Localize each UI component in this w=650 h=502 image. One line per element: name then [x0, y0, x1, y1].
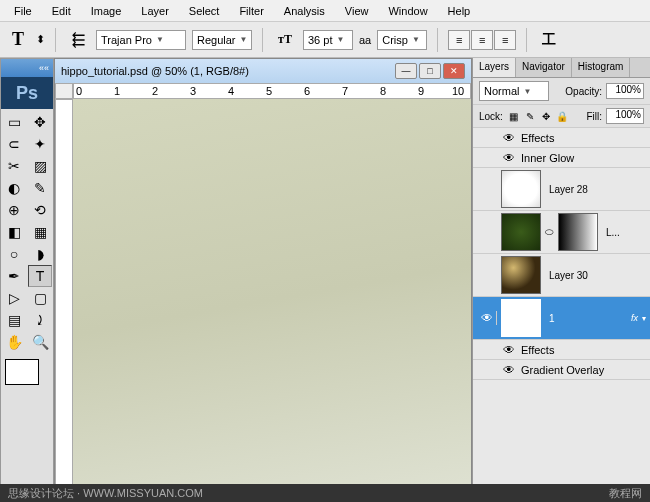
align-left-button[interactable]: ≡	[448, 30, 470, 50]
presets-icon[interactable]: ⬍	[36, 33, 45, 46]
heal-tool[interactable]: ◐	[2, 177, 26, 199]
lock-transparent-icon[interactable]: ▦	[507, 109, 521, 123]
layer-thumbnail[interactable]	[501, 213, 541, 251]
brush-tool[interactable]: ✎	[28, 177, 52, 199]
lock-position-icon[interactable]: ✥	[539, 109, 553, 123]
pen-tool[interactable]: ✒	[2, 265, 26, 287]
path-tool[interactable]: ▷	[2, 287, 26, 309]
type-tool[interactable]: T	[28, 265, 52, 287]
text-align-group: ≡ ≡ ≡	[448, 30, 516, 50]
eraser-tool[interactable]: ◧	[2, 221, 26, 243]
blur-tool[interactable]: ○	[2, 243, 26, 265]
vertical-ruler[interactable]	[55, 99, 73, 501]
lock-pixels-icon[interactable]: ✎	[523, 109, 537, 123]
toolbox-header[interactable]: ««	[1, 59, 53, 77]
lock-label: Lock:	[479, 111, 503, 122]
orientation-icon[interactable]: ⬱	[66, 28, 90, 52]
opacity-label: Opacity:	[565, 86, 602, 97]
watermark-footer: 思缘设计论坛 · WWW.MISSYUAN.COM 教程网	[0, 484, 650, 502]
tab-navigator[interactable]: Navigator	[516, 58, 572, 77]
layer-mask-thumbnail[interactable]	[558, 213, 598, 251]
eyedropper-tool[interactable]: ⤸	[28, 309, 52, 331]
dodge-tool[interactable]: ◗	[28, 243, 52, 265]
layer-30[interactable]: Layer 30	[473, 254, 650, 297]
visibility-icon[interactable]: 👁	[503, 131, 515, 145]
menu-view[interactable]: View	[335, 2, 379, 20]
maximize-button[interactable]: □	[419, 63, 441, 79]
tab-layers[interactable]: Layers	[473, 58, 516, 77]
horizontal-ruler[interactable]: 0 1 2 3 4 5 6 7 8 9 10	[73, 83, 471, 99]
effect-row[interactable]: 👁 Effects	[473, 340, 650, 360]
history-tool[interactable]: ⟲	[28, 199, 52, 221]
menu-analysis[interactable]: Analysis	[274, 2, 335, 20]
lasso-tool[interactable]: ⊂	[2, 133, 26, 155]
close-button[interactable]: ✕	[443, 63, 465, 79]
font-size-dropdown[interactable]: 36 pt▼	[303, 30, 353, 50]
fx-badge[interactable]: fx	[631, 313, 638, 323]
link-icon: ⬭	[545, 226, 554, 238]
layers-list: 👁 Effects 👁 Inner Glow Layer 28 ⬭ L...	[473, 128, 650, 502]
shape-tool[interactable]: ▢	[28, 287, 52, 309]
document-titlebar[interactable]: hippo_tutorial.psd @ 50% (1, RGB/8#) — □…	[55, 59, 471, 83]
layer-thumbnail[interactable]	[501, 299, 541, 337]
zoom-tool[interactable]: 🔍	[28, 331, 52, 353]
menu-select[interactable]: Select	[179, 2, 230, 20]
warp-text-icon[interactable]: 工	[537, 28, 561, 52]
menu-window[interactable]: Window	[378, 2, 437, 20]
canvas[interactable]	[73, 99, 471, 501]
fill-label: Fill:	[586, 111, 602, 122]
gradient-tool[interactable]: ▦	[28, 221, 52, 243]
options-bar: T ⬍ ⬱ Trajan Pro▼ Regular▼ тT 36 pt▼ aa …	[0, 22, 650, 58]
type-tool-icon: T	[6, 28, 30, 52]
menu-filter[interactable]: Filter	[229, 2, 273, 20]
aa-dropdown[interactable]: Crisp▼	[377, 30, 427, 50]
layer-l[interactable]: ⬭ L...	[473, 211, 650, 254]
aa-label: aa	[359, 34, 371, 46]
tab-histogram[interactable]: Histogram	[572, 58, 631, 77]
layer-thumbnail[interactable]	[501, 256, 541, 294]
effect-inner-glow[interactable]: 👁 Inner Glow	[473, 148, 650, 168]
effect-row[interactable]: 👁 Effects	[473, 128, 650, 148]
slice-tool[interactable]: ▨	[28, 155, 52, 177]
align-center-button[interactable]: ≡	[471, 30, 493, 50]
visibility-icon[interactable]: 👁	[503, 151, 515, 165]
document-window: hippo_tutorial.psd @ 50% (1, RGB/8#) — □…	[54, 58, 472, 502]
toolbox: «« Ps ▭ ✥ ⊂ ✦ ✂ ▨ ◐ ✎ ⊕ ⟲ ◧ ▦ ○ ◗ ✒ T ▷ …	[0, 58, 54, 502]
menu-edit[interactable]: Edit	[42, 2, 81, 20]
menu-image[interactable]: Image	[81, 2, 132, 20]
lock-all-icon[interactable]: 🔒	[555, 109, 569, 123]
marquee-tool[interactable]: ▭	[2, 111, 26, 133]
effect-gradient-overlay[interactable]: 👁 Gradient Overlay	[473, 360, 650, 380]
visibility-icon[interactable]: 👁	[503, 363, 515, 377]
font-style-dropdown[interactable]: Regular▼	[192, 30, 252, 50]
layer-28[interactable]: Layer 28	[473, 168, 650, 211]
opacity-input[interactable]: 100%	[606, 83, 644, 99]
layers-panel: Layers Navigator Histogram Normal▼ Opaci…	[472, 58, 650, 502]
hand-tool[interactable]: ✋	[2, 331, 26, 353]
font-family-dropdown[interactable]: Trajan Pro▼	[96, 30, 186, 50]
main-menu: File Edit Image Layer Select Filter Anal…	[0, 0, 650, 22]
stamp-tool[interactable]: ⊕	[2, 199, 26, 221]
expand-icon[interactable]: ▾	[642, 314, 646, 323]
ruler-origin[interactable]	[55, 83, 73, 99]
minimize-button[interactable]: —	[395, 63, 417, 79]
visibility-toggle[interactable]: 👁	[481, 311, 493, 325]
document-title: hippo_tutorial.psd @ 50% (1, RGB/8#)	[61, 65, 249, 77]
crop-tool[interactable]: ✂	[2, 155, 26, 177]
align-right-button[interactable]: ≡	[494, 30, 516, 50]
ps-logo: Ps	[1, 77, 53, 109]
menu-file[interactable]: File	[4, 2, 42, 20]
layer-thumbnail[interactable]	[501, 170, 541, 208]
foreground-swatch[interactable]	[5, 359, 39, 385]
menu-help[interactable]: Help	[438, 2, 481, 20]
notes-tool[interactable]: ▤	[2, 309, 26, 331]
blend-mode-dropdown[interactable]: Normal▼	[479, 81, 549, 101]
layer-1[interactable]: 👁 1 fx ▾	[473, 297, 650, 340]
move-tool[interactable]: ✥	[28, 111, 52, 133]
size-icon: тT	[273, 28, 297, 52]
wand-tool[interactable]: ✦	[28, 133, 52, 155]
fill-input[interactable]: 100%	[606, 108, 644, 124]
visibility-icon[interactable]: 👁	[503, 343, 515, 357]
menu-layer[interactable]: Layer	[131, 2, 179, 20]
color-swatches[interactable]	[1, 355, 53, 399]
